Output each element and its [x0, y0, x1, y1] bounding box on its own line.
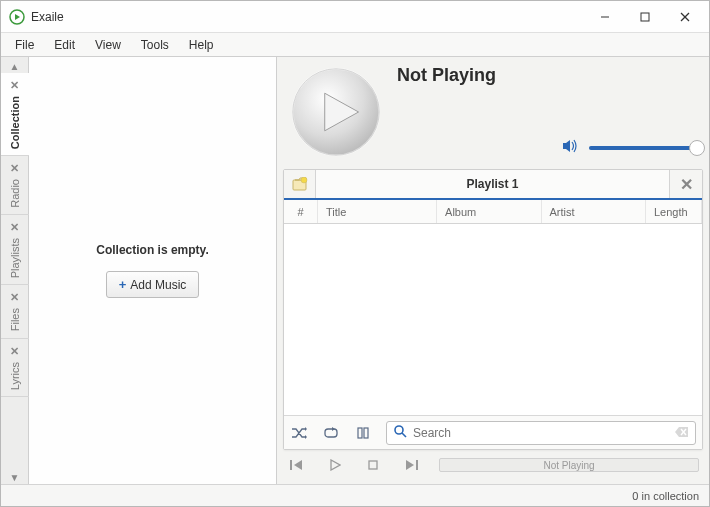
svg-rect-17	[358, 428, 362, 438]
col-title[interactable]: Title	[318, 200, 437, 223]
sidebar-tab-label: Playlists	[9, 238, 21, 278]
play-big-button[interactable]	[289, 65, 383, 159]
sidebar-tab-label: Files	[9, 308, 21, 331]
sidebar-tabs: ▲ ✕ Collection ✕ Radio ✕ Playlists ✕ Fil…	[1, 57, 29, 484]
svg-marker-13	[305, 427, 307, 431]
svg-point-19	[395, 426, 403, 434]
col-number[interactable]: #	[284, 200, 318, 223]
now-playing: Not Playing	[283, 61, 703, 169]
playlist-toolbar	[284, 415, 702, 449]
svg-rect-3	[641, 13, 649, 21]
menu-tools[interactable]: Tools	[131, 35, 179, 55]
sidebar-tab-label: Radio	[9, 179, 21, 208]
minimize-button[interactable]	[585, 3, 625, 31]
playlist-tab-close[interactable]: ✕	[670, 170, 702, 198]
right-pane: Not Playing	[277, 57, 709, 484]
add-music-button[interactable]: + Add Music	[106, 271, 200, 298]
sidebar-tab-label: Lyrics	[9, 362, 21, 390]
progress-label: Not Playing	[440, 459, 698, 473]
playlist-columns: # Title Album Artist Length	[284, 200, 702, 224]
svg-marker-21	[675, 427, 688, 437]
svg-marker-25	[294, 460, 302, 470]
now-playing-title: Not Playing	[397, 65, 701, 86]
playlist-tab[interactable]: Playlist 1	[316, 170, 670, 198]
volume-control	[397, 137, 701, 159]
col-artist[interactable]: Artist	[542, 200, 646, 223]
sidebar-tab-playlists[interactable]: ✕ Playlists	[1, 215, 29, 285]
close-icon[interactable]: ✕	[10, 162, 19, 175]
volume-handle[interactable]	[689, 140, 705, 156]
volume-fill	[589, 146, 697, 150]
sidebar-tab-files[interactable]: ✕ Files	[1, 285, 29, 338]
svg-rect-27	[369, 461, 377, 469]
add-music-label: Add Music	[130, 278, 186, 292]
play-button[interactable]	[325, 455, 345, 475]
svg-point-12	[301, 177, 307, 183]
dynamic-icon[interactable]	[354, 424, 372, 442]
plus-icon: +	[119, 277, 127, 292]
collection-empty-message: Collection is empty.	[96, 243, 208, 257]
playlist-rows[interactable]	[284, 224, 702, 415]
search-icon	[393, 424, 407, 442]
svg-marker-9	[563, 140, 570, 152]
menu-help[interactable]: Help	[179, 35, 224, 55]
svg-marker-16	[332, 427, 335, 431]
progress-track[interactable]: Not Playing	[439, 458, 699, 472]
playlist-search-input[interactable]	[413, 426, 669, 440]
playlist-card: Playlist 1 ✕ # Title Album Artist Length	[283, 169, 703, 450]
sidebar-scroll-up[interactable]: ▲	[1, 59, 28, 73]
svg-line-20	[402, 433, 406, 437]
svg-rect-29	[416, 460, 418, 470]
menubar: File Edit View Tools Help	[1, 33, 709, 57]
next-track-button[interactable]	[401, 455, 421, 475]
svg-marker-1	[15, 14, 20, 20]
menu-view[interactable]: View	[85, 35, 131, 55]
svg-rect-18	[364, 428, 368, 438]
stop-button[interactable]	[363, 455, 383, 475]
svg-rect-15	[325, 429, 337, 437]
menu-file[interactable]: File	[5, 35, 44, 55]
shuffle-icon[interactable]	[290, 424, 308, 442]
sidebar-scroll-down[interactable]: ▼	[1, 470, 28, 484]
close-icon[interactable]: ✕	[10, 291, 19, 304]
maximize-button[interactable]	[625, 3, 665, 31]
svg-marker-28	[406, 460, 414, 470]
now-playing-info: Not Playing	[397, 65, 701, 159]
window-title: Exaile	[31, 10, 585, 24]
prev-track-button[interactable]	[287, 455, 307, 475]
clear-search-icon[interactable]	[675, 424, 689, 442]
collection-panel: Collection is empty. + Add Music	[29, 57, 277, 484]
col-length[interactable]: Length	[646, 200, 702, 223]
close-icon[interactable]: ✕	[10, 79, 19, 92]
new-playlist-tab-button[interactable]	[284, 170, 316, 198]
titlebar: Exaile	[1, 1, 709, 33]
sidebar-tab-collection[interactable]: ✕ Collection	[1, 73, 29, 156]
sidebar-tab-lyrics[interactable]: ✕ Lyrics	[1, 339, 29, 397]
sidebar-tab-label: Collection	[9, 96, 21, 149]
close-icon[interactable]: ✕	[10, 221, 19, 234]
playlist-search	[386, 421, 696, 445]
volume-slider[interactable]	[589, 146, 697, 150]
sidebar-tab-radio[interactable]: ✕ Radio	[1, 156, 29, 215]
playlist-tabs: Playlist 1 ✕	[284, 170, 702, 200]
speaker-icon[interactable]	[561, 137, 579, 159]
app-window: Exaile File Edit View Tools Help ▲ ✕ Col…	[0, 0, 710, 507]
transport-bar: Not Playing	[283, 450, 703, 480]
main: ▲ ✕ Collection ✕ Radio ✕ Playlists ✕ Fil…	[1, 57, 709, 484]
playlist-tab-label: Playlist 1	[466, 177, 518, 191]
app-icon	[9, 9, 25, 25]
svg-rect-24	[290, 460, 292, 470]
svg-marker-26	[331, 460, 340, 470]
status-bar: 0 in collection	[1, 484, 709, 506]
progress-bar[interactable]: Not Playing	[439, 458, 699, 472]
status-text: 0 in collection	[632, 490, 699, 502]
close-button[interactable]	[665, 3, 705, 31]
svg-marker-14	[305, 435, 307, 439]
repeat-icon[interactable]	[322, 424, 340, 442]
col-album[interactable]: Album	[437, 200, 541, 223]
menu-edit[interactable]: Edit	[44, 35, 85, 55]
close-icon[interactable]: ✕	[10, 345, 19, 358]
